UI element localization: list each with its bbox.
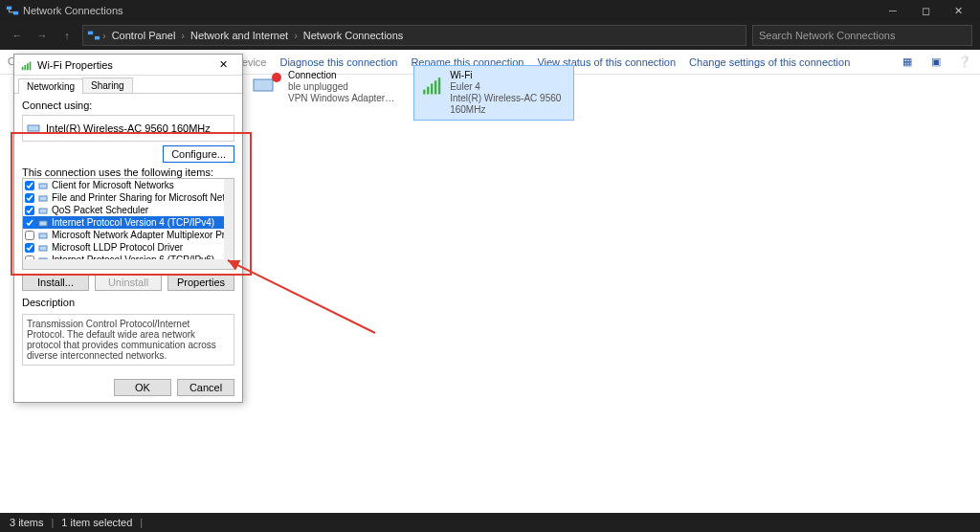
component-icon [38, 193, 48, 203]
network-icon [87, 29, 100, 42]
svg-rect-19 [39, 221, 47, 226]
adapter-icon [27, 122, 40, 135]
components-listbox[interactable]: Client for Microsoft NetworksFile and Pr… [22, 178, 234, 270]
svg-rect-15 [28, 125, 39, 131]
component-icon [38, 231, 48, 240]
svg-rect-10 [438, 78, 440, 94]
component-item[interactable]: Microsoft Network Adapter Multiplexor Pr… [23, 229, 224, 241]
connection-tile-vpn[interactable]: Connection ble unplugged VPN Windows Ada… [245, 65, 406, 121]
svg-rect-16 [39, 184, 47, 188]
vertical-scrollbar[interactable] [224, 179, 234, 259]
svg-rect-11 [22, 66, 24, 70]
search-placeholder: Search Network Connections [759, 30, 895, 41]
dialog-titlebar[interactable]: Wi-Fi Properties ✕ [14, 55, 242, 76]
svg-rect-4 [254, 79, 273, 91]
component-label: Microsoft Network Adapter Multiplexor Pr… [52, 229, 234, 241]
help-icon[interactable]: ❔ [957, 55, 972, 70]
component-item[interactable]: File and Printer Sharing for Microsoft N… [23, 191, 224, 204]
tile-title: Connection [288, 70, 394, 81]
svg-rect-3 [95, 36, 100, 40]
preview-pane-icon[interactable]: ▣ [928, 55, 944, 70]
svg-rect-0 [7, 7, 11, 11]
up-button[interactable]: ↑ [57, 26, 77, 45]
component-icon [38, 243, 48, 253]
svg-rect-6 [423, 90, 425, 95]
description-label: Description [22, 297, 234, 308]
back-button[interactable]: ← [8, 26, 27, 45]
adapter-name: Intel(R) Wireless-AC 9560 160MHz [46, 122, 211, 134]
component-label: Internet Protocol Version 4 (TCP/IPv4) [52, 216, 214, 229]
svg-rect-9 [434, 80, 436, 94]
maximize-button[interactable]: ◻ [909, 0, 942, 21]
component-label: Client for Microsoft Networks [52, 179, 174, 191]
svg-rect-12 [24, 65, 26, 70]
component-item[interactable]: Internet Protocol Version 4 (TCP/IPv4) [23, 216, 224, 229]
component-icon [38, 218, 48, 228]
view-options-icon[interactable]: ▦ [900, 55, 915, 70]
component-checkbox[interactable] [25, 193, 34, 203]
tab-sharing[interactable]: Sharing [82, 78, 132, 93]
svg-rect-21 [39, 246, 47, 251]
breadcrumb-item[interactable]: Network Connections [300, 30, 408, 41]
tile-status: ble unplugged [288, 81, 394, 93]
component-checkbox[interactable] [25, 206, 34, 215]
adapter-icon [252, 70, 282, 100]
search-input[interactable]: Search Network Connections [752, 25, 972, 46]
svg-rect-2 [88, 32, 93, 35]
network-icon [6, 4, 19, 17]
install-button[interactable]: Install... [22, 274, 89, 291]
svg-rect-20 [39, 233, 47, 238]
description-text: Transmission Control Protocol/Internet P… [22, 314, 234, 366]
component-checkbox[interactable] [25, 231, 34, 240]
svg-rect-14 [30, 61, 32, 70]
component-item[interactable]: QoS Packet Scheduler [23, 204, 224, 216]
tab-networking[interactable]: Networking [18, 78, 83, 94]
window-title: Network Connections [23, 5, 123, 16]
status-bar: 3 items | 1 item selected | [0, 513, 980, 532]
dialog-tabs: Networking Sharing [14, 76, 242, 94]
connect-using-label: Connect using: [22, 100, 234, 111]
ok-button[interactable]: OK [114, 379, 171, 396]
items-label: This connection uses the following items… [22, 166, 234, 178]
cancel-button[interactable]: Cancel [177, 379, 234, 396]
change-settings-link[interactable]: Change settings of this connection [689, 56, 850, 68]
address-bar-row: ← → ↑ › Control Panel › Network and Inte… [0, 21, 980, 50]
wifi-properties-dialog: Wi-Fi Properties ✕ Networking Sharing Co… [13, 54, 243, 403]
properties-button[interactable]: Properties [167, 274, 234, 291]
status-items-count: 3 items [10, 517, 43, 528]
uninstall-button: Uninstall [95, 274, 162, 291]
status-selected-count: 1 item selected [61, 517, 132, 528]
dialog-close-button[interactable]: ✕ [210, 56, 236, 74]
svg-rect-18 [39, 209, 47, 213]
component-label: Microsoft LLDP Protocol Driver [52, 241, 183, 254]
svg-rect-8 [431, 83, 433, 94]
svg-rect-7 [427, 87, 429, 95]
component-icon [38, 206, 48, 215]
svg-point-5 [272, 73, 281, 82]
forward-button[interactable]: → [33, 26, 52, 45]
tile-adapter: VPN Windows Adapter… [288, 93, 394, 104]
configure-button[interactable]: Configure... [163, 145, 234, 163]
dialog-title: Wi-Fi Properties [37, 59, 113, 71]
breadcrumb[interactable]: › Control Panel › Network and Internet ›… [82, 25, 746, 46]
component-item[interactable]: Client for Microsoft Networks [23, 179, 224, 191]
breadcrumb-item[interactable]: Network and Internet [187, 30, 292, 41]
tile-title: Wi-Fi [450, 70, 568, 81]
window-titlebar: Network Connections ─ ◻ ✕ [0, 0, 980, 21]
breadcrumb-item[interactable]: Control Panel [108, 30, 180, 41]
svg-rect-1 [13, 11, 18, 15]
minimize-button[interactable]: ─ [877, 0, 909, 21]
component-checkbox[interactable] [25, 218, 34, 228]
horizontal-scrollbar[interactable] [23, 259, 234, 269]
connection-tile-wifi[interactable]: Wi-Fi Euler 4 Intel(R) Wireless-AC 9560 … [413, 65, 574, 121]
tile-adapter: Intel(R) Wireless-AC 9560 160MHz [450, 93, 568, 116]
component-icon [38, 181, 48, 190]
tile-status: Euler 4 [450, 81, 568, 93]
component-item[interactable]: Microsoft LLDP Protocol Driver [23, 241, 224, 254]
component-checkbox[interactable] [25, 181, 34, 190]
component-checkbox[interactable] [25, 243, 34, 253]
svg-rect-17 [39, 196, 47, 201]
component-label: QoS Packet Scheduler [52, 204, 148, 216]
component-label: File and Printer Sharing for Microsoft N… [52, 191, 234, 204]
close-button[interactable]: ✕ [942, 0, 974, 21]
